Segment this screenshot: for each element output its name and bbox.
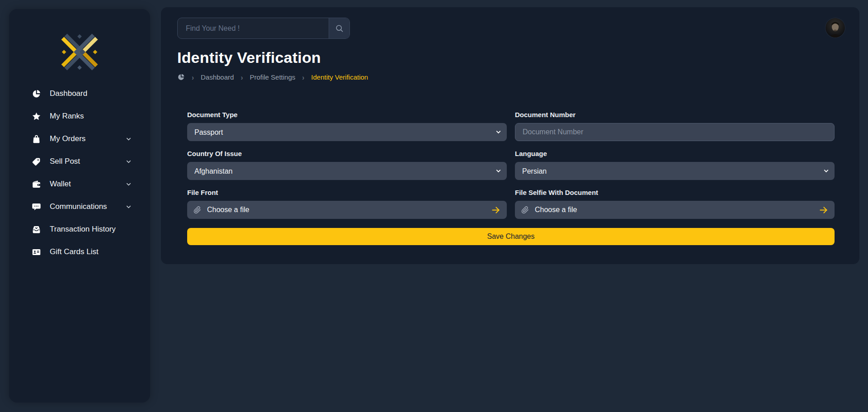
sidebar-nav: Dashboard My Ranks My Orders: [9, 82, 150, 263]
file-front-label: File Front: [187, 189, 507, 196]
sidebar-item-label: My Orders: [50, 134, 85, 143]
breadcrumb: › Dashboard › Profile Settings › Identit…: [177, 73, 859, 81]
sidebar-item-label: Transaction History: [50, 225, 116, 234]
identity-verification-form: Document Type Passport Document Number: [187, 111, 835, 245]
country-of-issue-label: Country Of Issue: [187, 150, 507, 157]
sidebar-item-my-ranks[interactable]: My Ranks: [32, 105, 132, 128]
sidebar-item-label: Gift Cards List: [50, 247, 99, 256]
form-group-file-selfie: File Selfie With Document Choose a file: [515, 189, 835, 219]
chevron-right-separator: ›: [302, 73, 304, 82]
sidebar-item-sell-post[interactable]: Sell Post: [32, 150, 132, 173]
chevron-right-separator: ›: [241, 73, 243, 82]
paperclip-icon: [193, 206, 201, 214]
sidebar: Dashboard My Ranks My Orders: [9, 9, 150, 403]
pie-chart-icon[interactable]: [177, 73, 185, 81]
form-group-file-front: File Front Choose a file: [187, 189, 507, 219]
file-front-choose-label: Choose a file: [207, 206, 249, 214]
document-number-label: Document Number: [515, 111, 835, 118]
sidebar-item-gift-cards-list[interactable]: Gift Cards List: [32, 241, 132, 263]
sidebar-item-my-orders[interactable]: My Orders: [32, 128, 132, 150]
document-type-label: Document Type: [187, 111, 507, 118]
chevron-down-icon: [125, 204, 132, 210]
form-group-document-type: Document Type Passport: [187, 111, 507, 141]
country-of-issue-select[interactable]: Afghanistan: [187, 162, 507, 180]
inbox-tray-icon: [32, 225, 41, 234]
chevron-down-icon: [125, 158, 132, 165]
file-selfie-upload[interactable]: Choose a file: [515, 201, 835, 219]
wallet-icon: [32, 180, 41, 189]
main-content-card: Identity Verification › Dashboard › Prof…: [161, 7, 859, 264]
language-select[interactable]: Persian: [515, 162, 835, 180]
avatar-photo: [826, 18, 845, 38]
breadcrumb-dashboard[interactable]: Dashboard: [201, 73, 234, 81]
chevron-down-icon: [125, 181, 132, 188]
document-type-select[interactable]: Passport: [187, 123, 507, 141]
breadcrumb-profile-settings[interactable]: Profile Settings: [250, 73, 295, 81]
file-selfie-choose-label: Choose a file: [535, 206, 577, 214]
file-selfie-label: File Selfie With Document: [515, 189, 835, 196]
chat-bubble-icon: [32, 202, 41, 212]
arrow-right-icon: [491, 205, 500, 215]
shopping-bag-icon: [32, 134, 41, 144]
app-root: Dashboard My Ranks My Orders: [0, 0, 868, 412]
x-emblem-icon: [60, 33, 99, 71]
user-avatar[interactable]: [826, 18, 845, 38]
language-label: Language: [515, 150, 835, 157]
sidebar-item-communications[interactable]: Communications: [32, 195, 132, 218]
star-icon: [32, 112, 41, 121]
save-changes-button[interactable]: Save Changes: [187, 228, 835, 245]
sidebar-item-label: Wallet: [50, 180, 71, 189]
brand-logo[interactable]: [9, 9, 150, 71]
tag-icon: [32, 157, 41, 166]
search-bar: [177, 18, 350, 39]
sidebar-item-transaction-history[interactable]: Transaction History: [32, 218, 132, 241]
sidebar-item-dashboard[interactable]: Dashboard: [32, 82, 132, 105]
form-group-document-number: Document Number: [515, 111, 835, 141]
arrow-right-icon: [819, 205, 828, 215]
sidebar-item-label: Communications: [50, 202, 107, 211]
sidebar-item-wallet[interactable]: Wallet: [32, 173, 132, 195]
paperclip-icon: [521, 206, 529, 214]
chevron-right-separator: ›: [192, 73, 194, 82]
form-group-country-of-issue: Country Of Issue Afghanistan: [187, 150, 507, 180]
sidebar-item-label: Dashboard: [50, 89, 87, 98]
form-group-language: Language Persian: [515, 150, 835, 180]
page-title: Identity Verification: [177, 49, 859, 66]
pie-chart-icon: [32, 89, 41, 99]
sidebar-item-label: My Ranks: [50, 112, 84, 121]
sidebar-item-label: Sell Post: [50, 157, 80, 166]
file-front-upload[interactable]: Choose a file: [187, 201, 507, 219]
id-card-icon: [32, 247, 41, 257]
chevron-down-icon: [125, 136, 132, 142]
search-input[interactable]: [178, 18, 329, 38]
search-icon: [335, 24, 344, 33]
search-button[interactable]: [329, 18, 349, 38]
breadcrumb-identity-verification: Identity Verification: [311, 73, 368, 81]
document-number-input[interactable]: [515, 123, 835, 141]
